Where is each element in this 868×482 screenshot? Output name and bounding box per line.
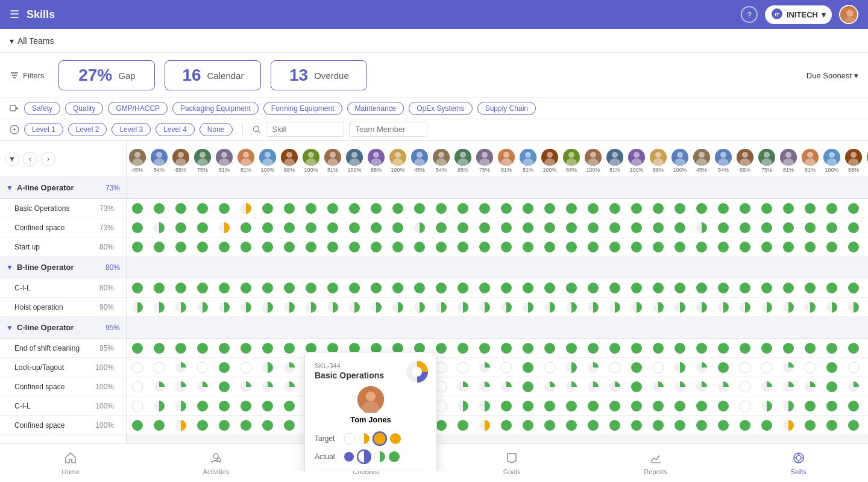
pie-cell[interactable] [213,339,235,358]
pie-cell[interactable] [213,298,235,317]
pie-cell[interactable] [778,298,799,317]
pie-cell[interactable] [604,339,626,358]
pie-cell[interactable] [669,416,691,435]
pie-cell[interactable] [127,358,148,377]
pie-cell[interactable] [843,416,864,435]
avatar-16[interactable] [476,149,493,166]
pie-cell[interactable] [322,199,344,218]
pie-cell[interactable] [452,396,474,416]
avatar-18[interactable] [520,149,536,166]
avatar-23[interactable] [628,149,645,166]
calendar-stat[interactable]: 16 Calendar [165,60,261,90]
pie-cell[interactable] [170,298,192,317]
pie-cell[interactable] [647,339,669,358]
pie-cell[interactable] [409,298,430,317]
pie-cell[interactable] [604,416,626,435]
pie-cell[interactable] [799,416,821,435]
pie-cell[interactable] [517,358,539,377]
pie-cell[interactable] [235,237,257,257]
pie-cell[interactable] [626,377,647,396]
pie-cell[interactable] [669,358,691,377]
pie-cell[interactable] [647,377,669,396]
pie-cell[interactable] [821,339,843,358]
pie-cell[interactable] [409,199,430,218]
pie-cell[interactable] [409,218,430,237]
filter-opex[interactable]: OpEx Systems [409,102,472,115]
avatar-0[interactable] [129,149,146,166]
pie-cell[interactable] [864,339,868,358]
pie-cell[interactable] [843,358,864,377]
pie-cell[interactable] [192,339,213,358]
pie-cell[interactable] [669,199,691,218]
pie-cell[interactable] [539,377,561,396]
pie-cell[interactable] [365,218,387,237]
pie-cell[interactable] [669,377,691,396]
pie-cell[interactable] [734,199,756,218]
pie-cell[interactable] [517,278,539,298]
pie-cell[interactable] [452,377,474,396]
avatar-3[interactable] [194,149,211,166]
pie-cell[interactable] [778,416,799,435]
avatar-22[interactable] [606,149,623,166]
pie-cell[interactable] [235,377,257,396]
avatar-25[interactable] [671,149,688,166]
pie-cell[interactable] [669,237,691,257]
pie-cell[interactable] [344,218,365,237]
pie-cell[interactable] [539,237,561,257]
pie-cell[interactable] [257,358,278,377]
pie-cell[interactable] [582,298,604,317]
pie-cell[interactable] [387,278,409,298]
pie-cell[interactable] [170,396,192,416]
pie-cell[interactable] [647,237,669,257]
pie-cell[interactable] [821,358,843,377]
pie-cell[interactable] [561,298,582,317]
pie-cell[interactable] [756,358,778,377]
pie-cell[interactable] [821,377,843,396]
pie-cell[interactable] [517,396,539,416]
pie-cell[interactable] [734,237,756,257]
pie-cell[interactable] [821,278,843,298]
pie-cell[interactable] [192,298,213,317]
pie-cell[interactable] [257,339,278,358]
pie-cell[interactable] [235,298,257,317]
pie-cell[interactable] [756,237,778,257]
avatar-15[interactable] [454,149,471,166]
pie-cell[interactable] [278,358,300,377]
avatar-20[interactable] [563,149,580,166]
pie-cell[interactable] [778,278,799,298]
pie-cell[interactable] [691,396,712,416]
pie-cell[interactable] [691,416,712,435]
level-2-tag[interactable]: Level 2 [68,123,107,136]
avatar-24[interactable] [650,149,667,166]
pie-cell[interactable] [864,199,868,218]
pie-cell[interactable] [756,339,778,358]
section-cline[interactable]: ▼ C-line Operator 95% [0,317,126,339]
pie-cell[interactable] [691,218,712,237]
avatar-28[interactable] [737,149,753,166]
pie-cell[interactable] [626,416,647,435]
pie-cell[interactable] [213,218,235,237]
pie-cell[interactable] [604,237,626,257]
pie-cell[interactable] [734,396,756,416]
pie-cell[interactable] [778,358,799,377]
pie-cell[interactable] [626,199,647,218]
pie-cell[interactable] [778,396,799,416]
pie-cell[interactable] [821,199,843,218]
pie-cell[interactable] [170,416,192,435]
pie-cell[interactable] [235,218,257,237]
pie-cell[interactable] [778,377,799,396]
pie-cell[interactable] [843,396,864,416]
pie-cell[interactable] [864,218,868,237]
pie-cell[interactable] [365,298,387,317]
pie-cell[interactable] [170,199,192,218]
pie-cell[interactable] [365,237,387,257]
pie-cell[interactable] [430,278,452,298]
pie-cell[interactable] [539,339,561,358]
pie-cell[interactable] [235,396,257,416]
avatar-7[interactable] [281,149,298,166]
pie-cell[interactable] [647,298,669,317]
pie-cell[interactable] [300,237,322,257]
pie-cell[interactable] [213,416,235,435]
pie-cell[interactable] [278,237,300,257]
pie-cell[interactable] [148,218,170,237]
